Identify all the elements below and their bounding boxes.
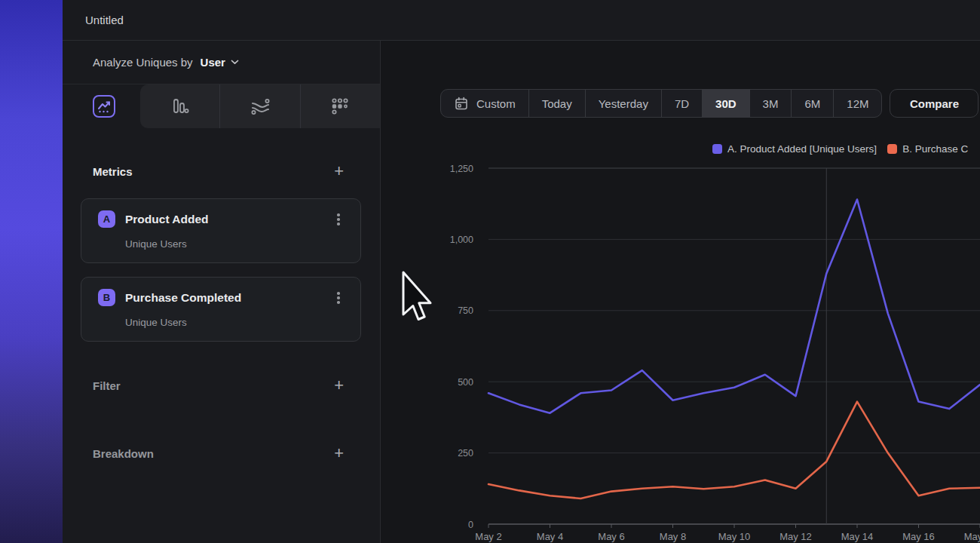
svg-text:May 14: May 14 [841,531,874,542]
tab-retention[interactable] [300,84,380,128]
metric-badge-a: A [98,210,115,228]
analyze-row: Analyze Uniques by User [63,41,380,84]
svg-text:May 4: May 4 [537,531,563,542]
analyze-label: Analyze Uniques by [93,56,193,69]
date-range-control: CustomTodayYesterday7D30D3M6M12M [440,89,882,118]
top-bar: Untitled [63,0,980,41]
metric-subtitle[interactable]: Unique Users [125,238,187,250]
tab-group [140,84,380,128]
svg-text:1,250: 1,250 [450,164,473,174]
range-3m[interactable]: 3M [749,90,792,117]
tab-flows[interactable] [219,84,299,128]
svg-text:250: 250 [458,448,473,459]
svg-text:May 16: May 16 [902,531,935,542]
kebab-menu-icon[interactable] [332,211,345,228]
analyze-entity-dropdown[interactable]: User [201,56,239,69]
range-custom[interactable]: Custom [441,90,528,117]
query-builder-panel: Analyze Uniques by User [63,41,381,543]
filter-heading: Filter [93,379,121,392]
svg-text:May 18: May 18 [964,531,980,542]
filter-section-header: Filter + [63,373,380,398]
range-label: 6M [804,97,820,110]
range-yesterday[interactable]: Yesterday [585,90,661,117]
add-breakdown-button[interactable]: + [334,446,344,461]
range-today[interactable]: Today [528,90,585,117]
metrics-section-header: Metrics + [63,158,380,184]
report-title[interactable]: Untitled [85,14,124,26]
metric-row: B Purchase Completed [98,289,345,306]
compare-button[interactable]: Compare [890,89,978,118]
kebab-menu-icon[interactable] [332,290,345,306]
svg-text:May 10: May 10 [718,531,751,542]
chart-panel: CustomTodayYesterday7D30D3M6M12M Compare… [381,41,980,543]
retention-grid-icon [331,97,349,115]
add-metric-button[interactable]: + [334,164,344,179]
range-label: Yesterday [599,97,648,110]
flows-icon [250,98,270,115]
range-label: 30D [715,97,737,110]
metrics-heading: Metrics [93,165,133,178]
breakdown-section-header: Breakdown + [63,440,380,466]
chevron-down-icon [231,60,239,65]
svg-text:May 8: May 8 [660,531,686,542]
range-30d[interactable]: 30D [702,90,749,117]
range-label: Custom [476,97,516,110]
calendar-icon [454,96,469,111]
app-window: Untitled Analyze Uniques by User [0,0,980,543]
svg-text:500: 500 [458,377,473,388]
range-label: 12M [847,97,868,110]
line-chart-icon [97,100,112,114]
svg-text:May 12: May 12 [779,531,812,542]
breakdown-heading: Breakdown [93,447,154,460]
tab-insights[interactable] [93,95,115,118]
range-7d[interactable]: 7D [661,90,702,117]
metric-subtitle[interactable]: Unique Users [125,317,187,328]
svg-text:1,000: 1,000 [450,235,473,245]
metric-row: A Product Added [98,210,345,228]
range-12m[interactable]: 12M [833,90,881,117]
metric-card-a[interactable]: A Product Added Unique Users [81,198,361,263]
line-chart: 02505007501,0001,250May 2May 4May 6May 8… [381,136,980,543]
analyze-entity-value: User [201,56,225,69]
metric-badge-b: B [98,289,115,306]
range-label: Today [542,97,572,110]
add-filter-button[interactable]: + [334,378,344,393]
metric-title: Product Added [125,213,209,226]
metric-card-b[interactable]: B Purchase Completed Unique Users [81,277,361,342]
range-label: 3M [763,97,779,110]
bar-chart-icon [171,97,189,115]
svg-text:May 2: May 2 [475,531,501,542]
nav-gradient-strip [0,0,63,543]
svg-text:May 6: May 6 [598,531,624,542]
range-label: 7D [675,97,689,110]
svg-text:750: 750 [458,305,473,316]
svg-text:0: 0 [468,520,473,530]
metric-title: Purchase Completed [125,291,241,305]
chart-area: 02505007501,0001,250May 2May 4May 6May 8… [381,136,980,543]
report-type-tabs [63,84,380,128]
date-toolbar: CustomTodayYesterday7D30D3M6M12M Compare [440,89,978,118]
range-6m[interactable]: 6M [791,90,833,117]
tab-funnels[interactable] [140,84,219,128]
